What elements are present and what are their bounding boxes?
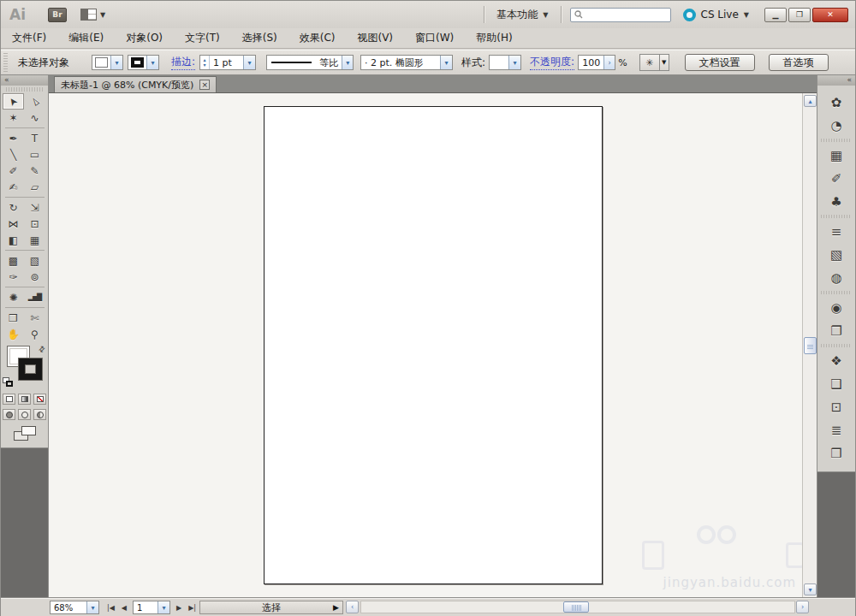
style-combo[interactable]: ▾	[489, 55, 521, 70]
zoom-level-combo[interactable]: 68% ▾	[50, 601, 99, 614]
restore-button[interactable]: ❐	[788, 8, 811, 22]
layers-panel[interactable]: ❖	[823, 349, 850, 372]
stroke-link[interactable]: 描边:	[171, 55, 195, 70]
scroll-right-button[interactable]: ›	[796, 601, 809, 613]
color-guide-panel[interactable]: ◔	[823, 114, 850, 137]
scroll-left-button[interactable]: ‹	[346, 601, 359, 613]
menu-select[interactable]: 选择(S)	[231, 28, 288, 48]
pen-tool[interactable]: ✒	[3, 130, 24, 146]
scroll-up-button[interactable]: ▴	[804, 95, 817, 107]
document-tab[interactable]: 未标题-1 @ 68% (CMYK/预览) ×	[54, 76, 217, 92]
pathfinder-panel[interactable]: ❒	[823, 441, 850, 465]
scroll-down-button[interactable]: ▾	[804, 583, 817, 595]
horizontal-scrollbar[interactable]	[360, 601, 795, 613]
close-button[interactable]: ✕	[812, 8, 848, 22]
preferences-button[interactable]: 首选项	[769, 54, 829, 71]
zoom-tool[interactable]: ⚲	[24, 326, 45, 342]
align-panel[interactable]: ≣	[823, 418, 850, 441]
vertical-scroll-thumb[interactable]	[804, 337, 817, 354]
minimize-button[interactable]: ▁	[764, 8, 787, 22]
menu-object[interactable]: 对象(O)	[115, 28, 174, 48]
menu-file[interactable]: 文件(F)	[1, 28, 57, 48]
draw-inside-button[interactable]	[33, 409, 46, 420]
last-artboard-button[interactable]: ▶|	[186, 601, 199, 614]
canvas[interactable]: jingyan.baidu.com ▴ ▾	[49, 93, 817, 597]
direct-selection-tool[interactable]: ▻	[24, 93, 45, 110]
free-transform-tool[interactable]: ⊡	[24, 216, 45, 232]
slice-tool[interactable]: ✄	[24, 310, 45, 326]
type-tool[interactable]: T	[24, 130, 45, 146]
stroke-proxy[interactable]	[19, 358, 42, 380]
status-display[interactable]: 选择 ▶	[199, 601, 343, 614]
artboards-panel[interactable]: ❑	[823, 372, 850, 395]
menu-view[interactable]: 视图(V)	[346, 28, 404, 48]
stroke-color-combo[interactable]: ▾	[128, 55, 159, 70]
color-button[interactable]	[3, 394, 15, 405]
select-similar-button[interactable]: ✳ ▼	[639, 54, 669, 71]
paintbrush-tool[interactable]: ✐	[3, 163, 24, 179]
panel-dock-header[interactable]: «	[817, 75, 855, 86]
stroke-weight-stepper[interactable]: ▴▾	[200, 56, 210, 69]
first-artboard-button[interactable]: |◀	[104, 601, 117, 614]
shape-builder-tool[interactable]: ◧	[3, 232, 24, 248]
artboard-number-combo[interactable]: 1 ▾	[133, 601, 170, 614]
stroke-weight-combo[interactable]: ▴▾ 1 pt ▾	[199, 55, 256, 70]
magic-wand-tool[interactable]: ✶	[3, 110, 24, 126]
perspective-grid-tool[interactable]: ▦	[24, 232, 45, 248]
fill-color-combo[interactable]: ▾	[92, 55, 123, 70]
brush-definition-combo[interactable]: · 2 pt. 椭圆形 ▾	[360, 55, 453, 70]
menu-effect[interactable]: 效果(C)	[288, 28, 347, 48]
eyedropper-tool[interactable]: ✑	[3, 269, 24, 285]
menu-help[interactable]: 帮助(H)	[465, 28, 523, 48]
menu-edit[interactable]: 编辑(E)	[57, 28, 115, 48]
previous-artboard-button[interactable]: ◀	[119, 601, 129, 614]
tab-close-icon[interactable]: ×	[199, 80, 210, 90]
search-box[interactable]	[570, 8, 671, 22]
brushes-panel[interactable]: ✐	[823, 167, 850, 190]
blend-tool[interactable]: ⊚	[24, 269, 45, 285]
column-graph-tool[interactable]: ▂▅█	[24, 289, 45, 305]
next-artboard-button[interactable]: ▶	[174, 601, 184, 614]
menu-window[interactable]: 窗口(W)	[404, 28, 465, 48]
eraser-tool[interactable]: ▱	[24, 179, 45, 195]
rectangle-tool[interactable]: ▭	[24, 146, 45, 163]
symbols-panel[interactable]: ♣	[823, 190, 850, 213]
graphic-styles-panel[interactable]: ❐	[823, 319, 850, 342]
draw-normal-button[interactable]	[3, 409, 15, 420]
panel-grip[interactable]	[3, 53, 8, 72]
vertical-scrollbar[interactable]: ▴ ▾	[802, 93, 817, 597]
tools-panel-header[interactable]: «	[1, 75, 48, 86]
color-panel[interactable]: ✿	[823, 91, 850, 114]
line-segment-tool[interactable]: ╲	[3, 146, 24, 163]
document-setup-button[interactable]: 文档设置	[685, 54, 755, 71]
artboard-tool[interactable]: ❒	[3, 310, 24, 326]
search-input[interactable]	[586, 9, 663, 20]
arrange-documents-button[interactable]: ▼	[80, 9, 105, 21]
artboard[interactable]	[264, 106, 603, 584]
screen-mode-button[interactable]	[14, 426, 36, 441]
swap-fill-stroke-icon[interactable]: ⇄	[37, 344, 47, 354]
horizontal-scroll-thumb[interactable]	[563, 601, 589, 613]
gradient-button[interactable]	[18, 394, 31, 405]
menu-type[interactable]: 文字(T)	[174, 28, 231, 48]
hand-tool[interactable]: ✋	[3, 326, 24, 342]
tools-panel-grip[interactable]	[6, 87, 43, 92]
symbol-sprayer-tool[interactable]: ✺	[3, 289, 24, 305]
workspace-switcher[interactable]: 基本功能 ▼	[493, 6, 551, 24]
none-button[interactable]	[33, 394, 46, 405]
selection-tool[interactable]: ➤	[3, 93, 24, 110]
opacity-combo[interactable]: 100 ›	[578, 55, 615, 70]
transform-panel[interactable]: ⊡	[823, 395, 850, 418]
cs-live-button[interactable]: CS Live ▼	[683, 9, 749, 21]
appearance-panel[interactable]: ◉	[823, 296, 850, 319]
lasso-tool[interactable]: ∿	[24, 110, 45, 126]
gradient-panel[interactable]: ▧	[823, 243, 850, 266]
scale-tool[interactable]: ⇲	[24, 199, 45, 216]
swatches-panel[interactable]: ▦	[823, 144, 850, 167]
rotate-tool[interactable]: ↻	[3, 199, 24, 216]
draw-behind-button[interactable]	[18, 409, 31, 420]
mesh-tool[interactable]: ▩	[3, 252, 24, 269]
opacity-link[interactable]: 不透明度:	[530, 55, 574, 70]
gradient-tool[interactable]: ▧	[24, 252, 45, 269]
default-fill-stroke-icon[interactable]	[3, 377, 15, 388]
